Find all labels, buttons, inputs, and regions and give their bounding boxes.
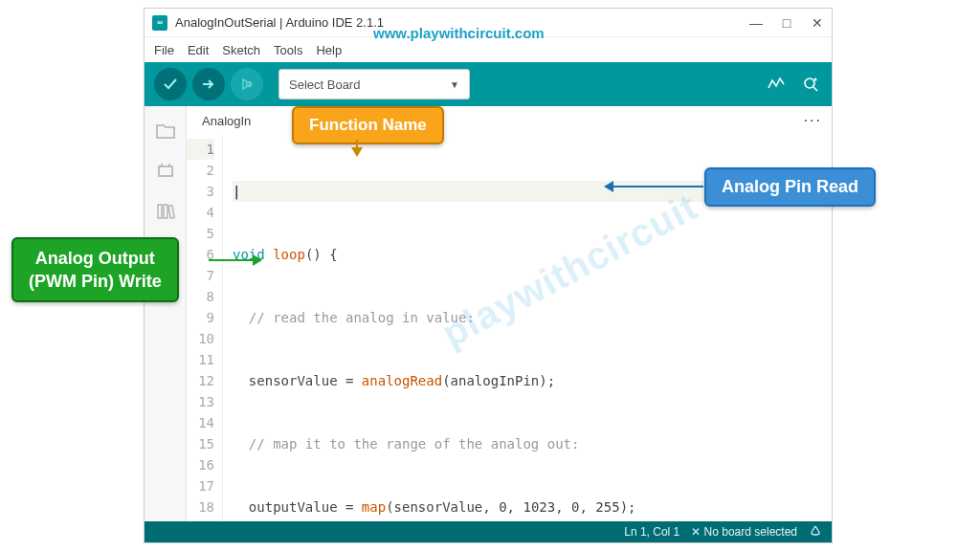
window-title: AnalogInOutSerial | Arduino IDE 2.1.1 xyxy=(175,15,384,30)
svg-rect-7 xyxy=(158,205,162,218)
menu-tools[interactable]: Tools xyxy=(274,43,302,57)
callout-analog-output: Analog Output(PWM Pin) Write xyxy=(11,237,179,302)
menu-help[interactable]: Help xyxy=(316,43,342,57)
menu-edit[interactable]: Edit xyxy=(188,43,209,57)
cursor-position: Ln 1, Col 1 xyxy=(624,525,679,539)
sidebar xyxy=(145,106,187,521)
editor-tabs: AnalogIn ··· xyxy=(187,106,832,135)
callout-function-name: Function Name xyxy=(292,106,444,144)
svg-point-0 xyxy=(247,82,252,87)
serial-plotter-icon[interactable] xyxy=(765,73,788,96)
menu-sketch[interactable]: Sketch xyxy=(222,43,260,57)
url-banner: www.playwithcircuit.com xyxy=(373,25,545,41)
minimize-button[interactable]: — xyxy=(749,16,763,30)
board-selector[interactable]: Select Board ▼ xyxy=(278,69,470,99)
toolbar: Select Board ▼ xyxy=(145,62,832,106)
tab-sketch[interactable]: AnalogIn xyxy=(196,110,256,132)
serial-monitor-icon[interactable] xyxy=(799,73,822,96)
window-controls: — □ ✕ xyxy=(749,16,824,30)
svg-rect-8 xyxy=(164,205,167,218)
svg-line-2 xyxy=(813,87,817,91)
notification-icon[interactable] xyxy=(809,524,822,540)
arduino-ide-window: ∞ AnalogInOutSerial | Arduino IDE 2.1.1 … xyxy=(144,8,833,543)
upload-button[interactable] xyxy=(192,68,225,100)
arrow-orange xyxy=(356,140,358,155)
arrow-green xyxy=(209,259,260,261)
chevron-down-icon: ▼ xyxy=(450,79,459,90)
library-manager-icon[interactable] xyxy=(154,200,177,223)
menu-file[interactable]: File xyxy=(154,43,174,57)
boards-manager-icon[interactable] xyxy=(154,160,177,183)
callout-analog-read: Analog Pin Read xyxy=(704,167,876,207)
arrow-blue xyxy=(606,186,703,187)
maximize-button[interactable]: □ xyxy=(780,16,793,30)
svg-rect-4 xyxy=(159,166,172,176)
debug-button[interactable] xyxy=(231,68,263,100)
line-gutter: 1234567891011121314151617181920 xyxy=(187,135,223,521)
close-button[interactable]: ✕ xyxy=(811,16,824,30)
tab-overflow-menu[interactable]: ··· xyxy=(804,112,822,129)
app-icon: ∞ xyxy=(152,15,167,31)
svg-point-1 xyxy=(805,78,814,88)
statusbar: Ln 1, Col 1 ✕ No board selected xyxy=(145,521,832,542)
svg-rect-9 xyxy=(167,206,173,218)
verify-button[interactable] xyxy=(154,68,187,100)
board-selector-label: Select Board xyxy=(289,77,360,92)
board-status[interactable]: ✕ No board selected xyxy=(691,525,797,539)
svg-point-3 xyxy=(814,78,817,81)
sketchbook-icon[interactable] xyxy=(154,120,177,143)
